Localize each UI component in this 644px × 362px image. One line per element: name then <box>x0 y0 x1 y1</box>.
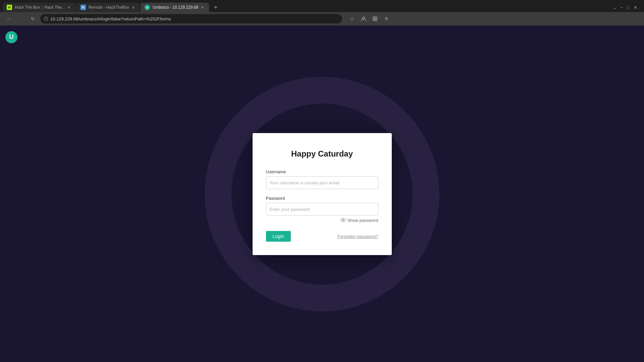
eye-icon <box>340 218 346 223</box>
address-bar[interactable]: 10.129.229.68/umbraco/#/login/false?retu… <box>40 14 342 23</box>
tab-bar: H Hack The Box :: Hack The... ✕ R Remote… <box>0 0 644 12</box>
svg-rect-0 <box>44 18 48 20</box>
tab-htb-favicon: H <box>7 5 12 10</box>
username-group: Username <box>266 169 378 189</box>
svg-rect-4 <box>373 19 375 21</box>
username-label: Username <box>266 169 378 174</box>
tab-umbraco[interactable]: U Umbraco - 10.129.229.68 ✕ <box>141 3 209 12</box>
forward-arrow-icon: → <box>18 16 23 21</box>
bookmark-button[interactable]: ☆ <box>347 14 357 23</box>
show-password-label: Show password <box>347 218 378 223</box>
tab-remote-close[interactable]: ✕ <box>130 5 136 10</box>
profile-icon <box>361 16 366 21</box>
close-window-btn[interactable]: ✕ <box>632 5 639 10</box>
login-card: Happy Caturday Username Password Show pa… <box>253 133 392 255</box>
tab-umbraco-close[interactable]: ✕ <box>200 5 205 10</box>
extensions-button[interactable] <box>370 14 380 23</box>
tab-remote-label: Remote - HackTheBox <box>89 5 129 10</box>
minimize-btn[interactable]: − <box>619 5 625 10</box>
tab-htb-label: Hack The Box :: Hack The... <box>15 5 65 10</box>
browser-chrome: H Hack The Box :: Hack The... ✕ R Remote… <box>0 0 644 26</box>
tab-remote-favicon: R <box>80 5 86 10</box>
new-tab-button[interactable]: + <box>211 3 220 12</box>
minimize-icon[interactable]: ⌄ <box>611 5 618 10</box>
svg-rect-3 <box>375 17 377 18</box>
reload-button[interactable]: ↻ <box>28 14 38 23</box>
tab-umbraco-label: Umbraco - 10.129.229.68 <box>153 5 198 10</box>
show-password-row: Show password <box>266 218 378 223</box>
form-footer: Login Forgotten password? <box>266 231 378 242</box>
nav-bar: ← → ↻ 10.129.229.68/umbraco/#/login/fals… <box>0 12 644 25</box>
menu-button[interactable]: ≡ <box>382 14 391 23</box>
maximize-btn[interactable]: □ <box>626 5 631 10</box>
svg-rect-5 <box>375 19 377 21</box>
login-button[interactable]: Login <box>266 231 291 242</box>
login-title: Happy Caturday <box>266 149 378 159</box>
nav-right-buttons: ☆ ≡ <box>347 14 391 23</box>
tab-umbraco-favicon: U <box>145 5 150 10</box>
password-input[interactable] <box>266 203 378 216</box>
reload-icon: ↻ <box>31 16 35 21</box>
umbraco-logo: U <box>5 31 17 43</box>
address-text: 10.129.229.68/umbraco/#/login/false?retu… <box>50 16 339 21</box>
tab-htb[interactable]: H Hack The Box :: Hack The... ✕ <box>3 3 76 12</box>
forgotten-password-link[interactable]: Forgotten password? <box>337 234 378 239</box>
svg-point-9 <box>342 219 344 221</box>
back-arrow-icon: ← <box>6 16 11 21</box>
username-input[interactable] <box>266 176 378 189</box>
tab-htb-close[interactable]: ✕ <box>66 5 72 10</box>
tab-remote[interactable]: R Remote - HackTheBox ✕ <box>76 3 140 12</box>
window-controls: ⌄ − □ ✕ <box>609 5 641 10</box>
page-background: U Happy Caturday Username Password <box>0 26 644 362</box>
profile-button[interactable] <box>359 14 368 23</box>
svg-text:U: U <box>9 34 14 40</box>
password-label: Password <box>266 196 378 201</box>
password-group: Password Show password <box>266 196 378 223</box>
svg-rect-2 <box>373 17 375 18</box>
extensions-icon <box>372 16 378 21</box>
show-password-button[interactable]: Show password <box>340 218 378 223</box>
forward-button[interactable]: → <box>16 14 25 23</box>
back-button[interactable]: ← <box>4 14 13 23</box>
security-icon <box>44 16 48 22</box>
menu-icon: ≡ <box>385 15 388 22</box>
star-icon: ☆ <box>350 16 355 22</box>
